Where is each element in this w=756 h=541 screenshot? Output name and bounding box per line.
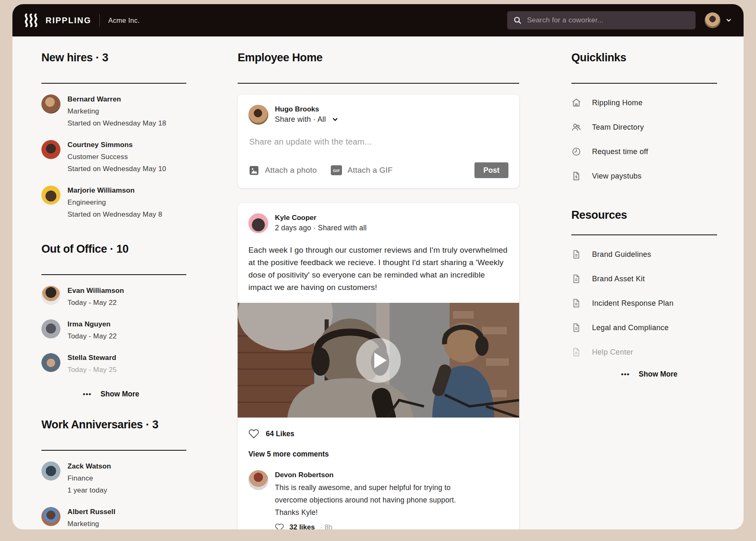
quicklink-team-directory[interactable]: Team Directory — [571, 122, 717, 133]
like-button[interactable]: 64 Likes — [248, 428, 508, 439]
resource-label: Brand Guidelines — [592, 250, 651, 259]
avatar — [41, 353, 60, 372]
anniversary-row[interactable]: Zack Watson Finance 1 year today — [41, 461, 186, 496]
company-name: Acme Inc. — [108, 17, 140, 24]
resource-brand-guidelines[interactable]: Brand Guidelines — [571, 249, 717, 260]
attach-gif-button[interactable]: GIF Attach a GIF — [331, 165, 392, 175]
person-dates: Today - May 22 — [67, 330, 117, 342]
quicklink-view-paystubs[interactable]: $ View paystubs — [571, 171, 717, 181]
play-button[interactable] — [356, 338, 401, 383]
view-more-comments[interactable]: View 5 more comments — [248, 450, 508, 459]
show-more-resources[interactable]: ••• Show More — [621, 370, 717, 379]
search-icon — [513, 16, 522, 25]
resource-legal-and-compliance[interactable]: Legal and Compliance — [571, 322, 717, 333]
out-of-office-row[interactable]: Irma Nguyen Today - May 22 — [41, 319, 186, 342]
left-sidebar: New hires · 3 Bernard Warren Marketing S… — [41, 36, 186, 529]
post-video[interactable] — [238, 303, 519, 418]
quicklink-label: Rippling Home — [592, 99, 643, 107]
out-of-office-row[interactable]: Stella Steward Today - May 25 — [41, 353, 186, 376]
person-name: Courtney Simmons — [67, 140, 166, 150]
post-meta: 2 days ago · Shared with all — [275, 222, 367, 233]
comment: Devon Robertson This is really awesome, … — [248, 470, 508, 529]
person-name: Stella Steward — [67, 353, 117, 363]
person-department: Engineering — [67, 196, 162, 208]
page-title: Employee Home — [238, 51, 519, 65]
brand-area: RIPPLING Acme Inc. — [23, 13, 140, 27]
play-icon — [374, 353, 387, 368]
person-anniversary: 1 year today — [67, 484, 111, 496]
clock-icon — [571, 147, 581, 157]
show-more-label: Show More — [101, 390, 139, 399]
resource-incident-response-plan[interactable]: Incident Response Plan — [571, 298, 717, 309]
quicklink-label: Request time off — [592, 147, 648, 156]
new-hire-row[interactable]: Bernard Warren Marketing Started on Wedn… — [41, 94, 186, 129]
avatar — [41, 461, 60, 481]
home-icon — [571, 98, 581, 108]
comment-likes-count: 32 likes — [289, 523, 315, 529]
comment-author: Devon Robertson — [275, 470, 474, 480]
paystub-icon: $ — [571, 171, 581, 181]
quicklink-rippling-home[interactable]: Rippling Home — [571, 97, 717, 108]
person-name: Albert Russell — [67, 507, 116, 517]
person-department: Finance — [67, 472, 111, 484]
avatar — [41, 186, 60, 205]
resource-brand-asset-kit[interactable]: Brand Asset Kit — [571, 273, 717, 284]
show-more-out-of-office[interactable]: ••• Show More — [83, 390, 186, 399]
person-name: Marjorie Williamson — [67, 186, 162, 196]
topbar-right — [507, 11, 732, 29]
comment-text: This is really awesome, and super helpfu… — [275, 481, 474, 519]
attach-gif-label: Attach a GIF — [347, 166, 392, 175]
resources-heading: Resources — [571, 208, 717, 222]
resource-help-center[interactable]: Help Center — [571, 347, 717, 357]
user-menu[interactable] — [705, 12, 732, 28]
section-divider — [571, 234, 717, 235]
section-divider — [41, 450, 186, 451]
anniversary-row[interactable]: Albert Russell Marketing — [41, 507, 186, 529]
composer-input[interactable]: Share an update with the team... — [249, 137, 508, 147]
comment-like-button[interactable]: 32 likes · 8h — [275, 523, 474, 529]
search-input[interactable] — [527, 16, 690, 24]
gif-icon: GIF — [331, 165, 342, 175]
new-hire-row[interactable]: Courtney Simmons Customer Success Starte… — [41, 140, 186, 175]
avatar — [248, 213, 268, 233]
resource-label: Legal and Compliance — [592, 324, 669, 332]
likes-count: 64 Likes — [266, 430, 294, 438]
content-area: New hires · 3 Bernard Warren Marketing S… — [12, 36, 744, 529]
feed-column: Employee Home Hugo Brooks Share with · A… — [238, 36, 519, 529]
section-divider — [41, 83, 186, 84]
resource-label: Help Center — [592, 348, 633, 357]
section-divider — [41, 274, 186, 275]
top-nav-bar: RIPPLING Acme Inc. — [12, 4, 744, 36]
quicklink-label: Team Directory — [592, 123, 644, 132]
new-hire-row[interactable]: Marjorie Williamson Engineering Started … — [41, 186, 186, 220]
heart-icon — [248, 428, 259, 439]
avatar — [41, 507, 60, 526]
share-with-label: Share with · All — [275, 114, 326, 125]
document-icon — [571, 249, 581, 259]
share-with-dropdown[interactable]: Share with · All — [275, 114, 339, 125]
chevron-down-icon[interactable] — [725, 17, 732, 24]
out-of-office-row[interactable]: Evan Williamson Today - May 22 — [41, 286, 186, 309]
person-department: Marketing — [67, 105, 166, 117]
post-button[interactable]: Post — [474, 162, 508, 178]
composer-user-name: Hugo Brooks — [275, 104, 339, 114]
person-start-date: Started on Wednesday May 10 — [67, 163, 166, 175]
person-department: Marketing — [67, 518, 116, 529]
rippling-logo-icon — [23, 13, 39, 27]
section-divider — [571, 83, 717, 84]
ellipsis-icon: ••• — [621, 370, 630, 379]
attach-photo-button[interactable]: Attach a photo — [248, 165, 317, 176]
avatar — [248, 105, 268, 125]
coworker-search[interactable] — [507, 11, 696, 29]
section-divider — [238, 83, 519, 84]
quicklink-request-time-off[interactable]: Request time off — [571, 146, 717, 157]
app-window: RIPPLING Acme Inc. — [12, 4, 744, 529]
show-more-label: Show More — [639, 370, 677, 379]
resource-label: Brand Asset Kit — [592, 275, 645, 283]
heart-icon — [275, 523, 284, 529]
user-avatar[interactable] — [705, 12, 720, 28]
person-start-date: Started on Wednesday May 18 — [67, 117, 166, 129]
quicklink-label: View paystubs — [592, 172, 642, 181]
page-background: RIPPLING Acme Inc. — [0, 0, 756, 541]
avatar — [41, 140, 60, 159]
